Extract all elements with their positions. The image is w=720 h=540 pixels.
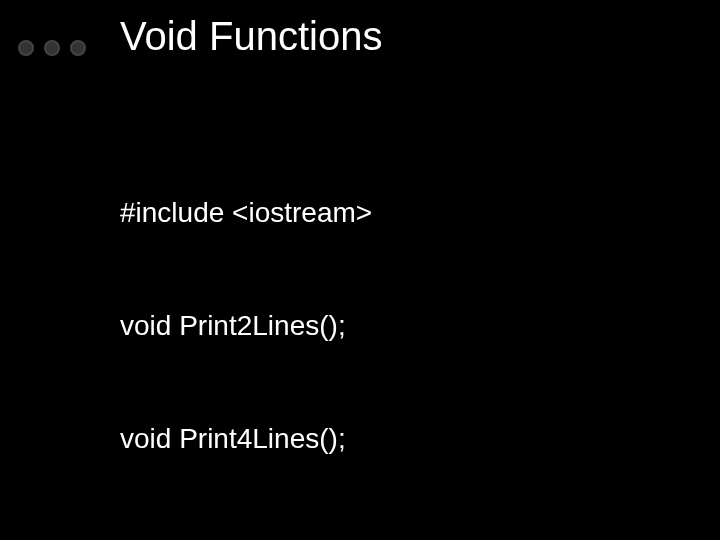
slide: Void Functions #include <iostream> void …: [0, 0, 720, 540]
code-line: #include <iostream>: [120, 194, 574, 232]
slide-title: Void Functions: [120, 14, 382, 59]
decorative-bullets: [18, 40, 86, 56]
bullet-dot-icon: [18, 40, 34, 56]
code-line: void Print2Lines();: [120, 307, 574, 345]
code-line: void Print4Lines();: [120, 420, 574, 458]
bullet-dot-icon: [70, 40, 86, 56]
code-line: int main (){: [120, 534, 574, 540]
bullet-dot-icon: [44, 40, 60, 56]
code-block: #include <iostream> void Print2Lines(); …: [120, 118, 574, 540]
